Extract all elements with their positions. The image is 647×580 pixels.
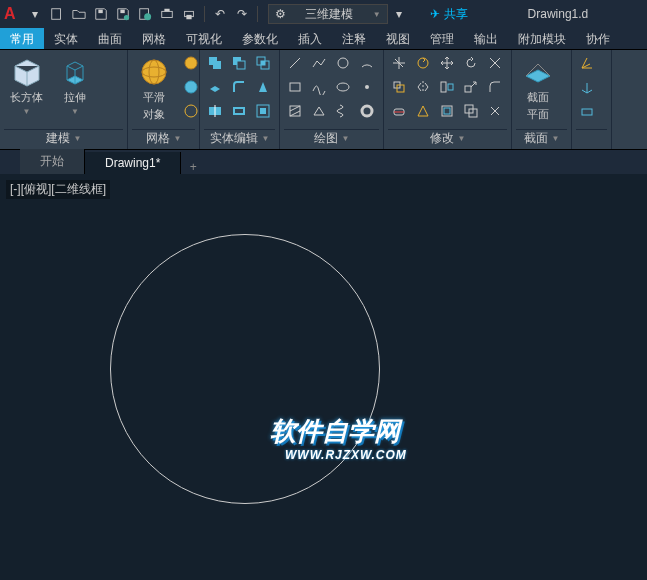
helix-icon[interactable] bbox=[332, 100, 354, 122]
view-label[interactable]: [-][俯视][二维线框] bbox=[6, 180, 110, 199]
fillet-edge-icon[interactable] bbox=[228, 76, 250, 98]
svg-rect-42 bbox=[465, 86, 471, 92]
region-icon[interactable] bbox=[308, 100, 330, 122]
panel-section-title[interactable]: 截面▼ bbox=[516, 129, 567, 147]
point-icon[interactable] bbox=[356, 76, 378, 98]
plot-icon[interactable] bbox=[159, 6, 175, 22]
print-icon[interactable] bbox=[181, 6, 197, 22]
ellipse-icon[interactable] bbox=[332, 76, 354, 98]
erase-icon[interactable] bbox=[388, 100, 410, 122]
saveas-icon[interactable] bbox=[115, 6, 131, 22]
smooth-label: 平滑 bbox=[143, 90, 165, 105]
box-button[interactable]: 长方体 ▼ bbox=[4, 52, 49, 120]
panel-modify: 修改▼ bbox=[384, 50, 512, 149]
hatch-icon[interactable] bbox=[284, 100, 306, 122]
scale3d-icon[interactable] bbox=[388, 76, 410, 98]
app-logo: A bbox=[4, 5, 16, 23]
circle-entity[interactable] bbox=[110, 234, 380, 504]
scale-icon[interactable] bbox=[460, 76, 482, 98]
svg-point-37 bbox=[418, 58, 428, 68]
share-label: 共享 bbox=[444, 6, 468, 23]
redo-icon[interactable]: ↷ bbox=[234, 6, 250, 22]
smooth-button[interactable]: 平滑 对象 bbox=[132, 52, 176, 126]
share-button[interactable]: ✈ 共享 bbox=[430, 6, 468, 23]
mesh-icon-2[interactable] bbox=[180, 76, 202, 98]
drawing-canvas[interactable]: [-][俯视][二维线框] 软件自学网 WWW.RJZXW.COM bbox=[0, 174, 647, 580]
svg-rect-46 bbox=[444, 108, 450, 114]
coord-icon-1[interactable] bbox=[576, 52, 598, 74]
spline-icon[interactable] bbox=[308, 76, 330, 98]
mesh-icon-1[interactable] bbox=[180, 52, 202, 74]
separator bbox=[204, 6, 205, 22]
mirror-icon[interactable] bbox=[412, 76, 434, 98]
save-icon[interactable] bbox=[93, 6, 109, 22]
svg-rect-30 bbox=[290, 83, 300, 91]
new-icon[interactable] bbox=[49, 6, 65, 22]
tab-add-button[interactable]: + bbox=[181, 160, 205, 174]
document-name: Drawing1.d bbox=[528, 7, 589, 21]
mesh-icon-3[interactable] bbox=[180, 100, 202, 122]
rotate3d-icon[interactable] bbox=[412, 52, 434, 74]
tab-annotate[interactable]: 注释 bbox=[332, 28, 376, 49]
extrude-button[interactable]: 拉伸 ▼ bbox=[53, 52, 97, 120]
union-icon[interactable] bbox=[204, 52, 226, 74]
tab-surface[interactable]: 曲面 bbox=[88, 28, 132, 49]
fillet-icon[interactable] bbox=[484, 76, 506, 98]
tab-view[interactable]: 视图 bbox=[376, 28, 420, 49]
donut-icon[interactable] bbox=[356, 100, 378, 122]
arc-icon[interactable] bbox=[356, 52, 378, 74]
offset-icon[interactable] bbox=[436, 100, 458, 122]
trim-icon[interactable] bbox=[484, 52, 506, 74]
tab-parametric[interactable]: 参数化 bbox=[232, 28, 288, 49]
subtract-icon[interactable] bbox=[228, 52, 250, 74]
svg-rect-6 bbox=[161, 11, 172, 17]
chevron-down-icon: ▼ bbox=[373, 10, 381, 19]
box-icon bbox=[11, 56, 43, 88]
intersect-icon[interactable] bbox=[252, 52, 274, 74]
panel-solid-edit-title[interactable]: 实体编辑▼ bbox=[204, 129, 275, 147]
panel-modify-title[interactable]: 修改▼ bbox=[388, 129, 507, 147]
workspace-selector[interactable]: ⚙ 三维建模 ▼ bbox=[268, 4, 388, 24]
svg-point-14 bbox=[185, 81, 197, 93]
undo-icon[interactable]: ↶ bbox=[212, 6, 228, 22]
array-icon[interactable] bbox=[412, 100, 434, 122]
tab-output[interactable]: 输出 bbox=[464, 28, 508, 49]
tab-home[interactable]: 常用 bbox=[0, 28, 44, 49]
qat-dropdown-icon[interactable]: ▾ bbox=[391, 6, 407, 22]
taper-icon[interactable] bbox=[252, 76, 274, 98]
explode-icon[interactable] bbox=[484, 100, 506, 122]
tab-manage[interactable]: 管理 bbox=[420, 28, 464, 49]
tab-visualize[interactable]: 可视化 bbox=[176, 28, 232, 49]
slice-icon[interactable] bbox=[204, 100, 226, 122]
align-icon[interactable] bbox=[436, 76, 458, 98]
panel-modeling-title[interactable]: 建模▼ bbox=[4, 129, 123, 147]
tab-insert[interactable]: 插入 bbox=[288, 28, 332, 49]
tab-solid[interactable]: 实体 bbox=[44, 28, 88, 49]
move-icon[interactable] bbox=[436, 52, 458, 74]
rect-icon[interactable] bbox=[284, 76, 306, 98]
move3d-icon[interactable] bbox=[388, 52, 410, 74]
tab-start[interactable]: 开始 bbox=[20, 149, 85, 174]
web-icon[interactable] bbox=[137, 6, 153, 22]
menu-dropdown-icon[interactable]: ▾ bbox=[27, 6, 43, 22]
tab-mesh[interactable]: 网格 bbox=[132, 28, 176, 49]
coord-icon-3[interactable] bbox=[576, 100, 598, 122]
copy-icon[interactable] bbox=[460, 100, 482, 122]
tab-addins[interactable]: 附加模块 bbox=[508, 28, 576, 49]
tab-collaborate[interactable]: 协作 bbox=[576, 28, 620, 49]
presspull-icon[interactable] bbox=[204, 76, 226, 98]
extrude-label: 拉伸 bbox=[64, 90, 86, 105]
tab-drawing1[interactable]: Drawing1* bbox=[85, 152, 181, 174]
polyline-icon[interactable] bbox=[308, 52, 330, 74]
panel-draw-title[interactable]: 绘图▼ bbox=[284, 129, 379, 147]
svg-rect-33 bbox=[290, 106, 300, 116]
thicken-icon[interactable] bbox=[228, 100, 250, 122]
line-icon[interactable] bbox=[284, 52, 306, 74]
section-plane-button[interactable]: 截面 平面 bbox=[516, 52, 560, 126]
shell-icon[interactable] bbox=[252, 100, 274, 122]
panel-mesh-title[interactable]: 网格▼ bbox=[132, 129, 195, 147]
circle-icon[interactable] bbox=[332, 52, 354, 74]
rotate-icon[interactable] bbox=[460, 52, 482, 74]
open-icon[interactable] bbox=[71, 6, 87, 22]
coord-icon-2[interactable] bbox=[576, 76, 598, 98]
